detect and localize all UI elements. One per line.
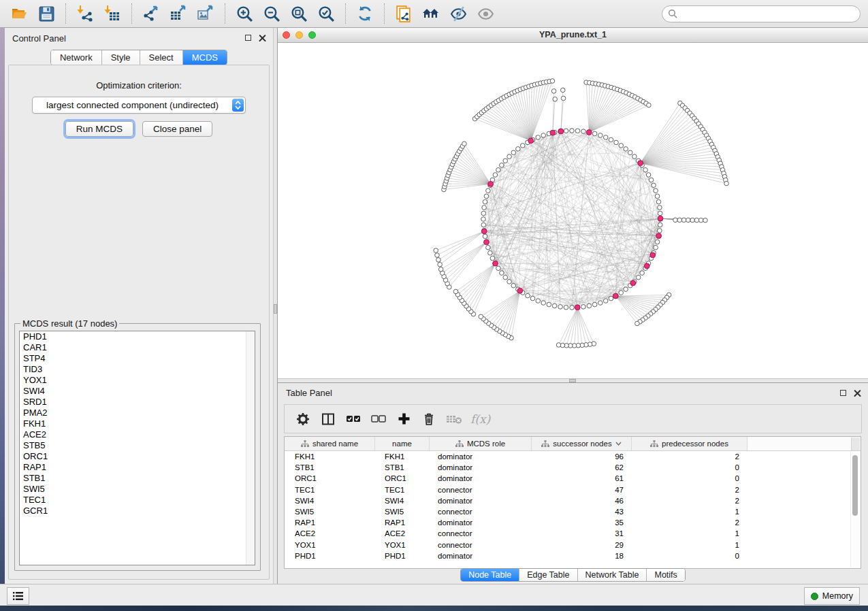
- column-header-predecessor-nodes[interactable]: predecessor nodes: [632, 437, 748, 450]
- zoom-out-icon[interactable]: [259, 2, 284, 25]
- table-scrollbar[interactable]: [850, 451, 860, 567]
- table-cell[interactable]: 1: [632, 528, 748, 539]
- table-row[interactable]: ACE2ACE2connector311: [285, 528, 861, 539]
- tab-node-table[interactable]: Node Table: [461, 569, 519, 581]
- table-cell[interactable]: STB1: [285, 462, 375, 473]
- table-cell[interactable]: 62: [532, 462, 632, 473]
- table-cell[interactable]: FKH1: [285, 451, 375, 462]
- table-cell[interactable]: STB1: [375, 462, 430, 473]
- table-cell[interactable]: RAP1: [375, 517, 430, 528]
- optimization-criterion-select[interactable]: largest connected component (undirected): [32, 97, 246, 114]
- neighbors-icon[interactable]: [419, 2, 443, 25]
- delete-column-icon[interactable]: [419, 409, 439, 429]
- table-cell[interactable]: 96: [532, 451, 632, 462]
- table-cell[interactable]: ORC1: [285, 473, 375, 484]
- tab-motifs[interactable]: Motifs: [646, 569, 684, 581]
- float-panel-icon[interactable]: [840, 390, 846, 396]
- add-column-icon[interactable]: [393, 409, 414, 429]
- close-panel-icon[interactable]: [854, 389, 861, 397]
- table-cell[interactable]: SWI5: [285, 506, 375, 517]
- vertical-splitter[interactable]: [273, 28, 278, 584]
- table-cell[interactable]: connector: [430, 506, 532, 517]
- table-cell[interactable]: 0: [632, 473, 748, 484]
- tab-edge-table[interactable]: Edge Table: [519, 569, 577, 581]
- table-cell[interactable]: 35: [532, 517, 632, 528]
- table-cell[interactable]: TEC1: [285, 484, 375, 495]
- list-item[interactable]: SRD1: [20, 397, 255, 408]
- list-item[interactable]: PMA2: [20, 408, 255, 418]
- table-cell[interactable]: PHD1: [285, 550, 375, 561]
- task-history-button[interactable]: [7, 587, 29, 605]
- list-item[interactable]: FKH1: [20, 418, 255, 429]
- table-cell[interactable]: FKH1: [375, 451, 430, 462]
- table-cell[interactable]: dominator: [430, 550, 532, 561]
- list-item[interactable]: YOX1: [20, 375, 255, 386]
- memory-button[interactable]: Memory: [804, 587, 860, 605]
- table-cell[interactable]: SWI4: [375, 495, 430, 506]
- float-panel-icon[interactable]: [245, 35, 251, 41]
- save-session-icon[interactable]: [34, 2, 59, 25]
- list-item[interactable]: SWI4: [20, 386, 255, 397]
- table-cell[interactable]: 47: [532, 484, 632, 495]
- table-cell[interactable]: 29: [532, 540, 632, 550]
- table-cell[interactable]: 1: [632, 540, 748, 550]
- table-row[interactable]: TEC1TEC1connector472: [285, 484, 861, 495]
- table-cell[interactable]: dominator: [430, 462, 532, 473]
- table-cell[interactable]: dominator: [430, 517, 532, 528]
- gear-icon[interactable]: [293, 409, 313, 429]
- table-row[interactable]: PHD1PHD1dominator180: [285, 550, 861, 561]
- table-cell[interactable]: YOX1: [375, 540, 430, 550]
- close-panel-button[interactable]: Close panel: [142, 121, 212, 137]
- table-cell[interactable]: ORC1: [375, 473, 430, 484]
- list-item[interactable]: CAR1: [20, 342, 255, 353]
- column-header-name[interactable]: name: [375, 437, 430, 450]
- export-table-icon[interactable]: [166, 2, 191, 25]
- table-cell[interactable]: RAP1: [285, 517, 375, 528]
- refresh-layout-icon[interactable]: [353, 2, 377, 25]
- list-item[interactable]: ACE2: [20, 429, 255, 440]
- table-row[interactable]: ORC1ORC1dominator610: [285, 473, 861, 484]
- list-item[interactable]: PHD1: [20, 331, 255, 342]
- list-item[interactable]: STP4: [20, 353, 255, 364]
- list-item[interactable]: SWI5: [20, 484, 255, 495]
- mcds-result-listbox[interactable]: PHD1CAR1STP4TID3YOX1SWI4SRD1PMA2FKH1ACE2…: [19, 331, 255, 565]
- list-item[interactable]: STB1: [20, 473, 255, 484]
- table-cell[interactable]: 2: [632, 451, 748, 462]
- table-cell[interactable]: 1: [632, 506, 748, 517]
- table-cell[interactable]: 46: [532, 495, 632, 506]
- column-header-MCDS-role[interactable]: MCDS role: [430, 437, 532, 450]
- list-item[interactable]: ORC1: [20, 451, 255, 462]
- table-cell[interactable]: connector: [430, 528, 532, 539]
- column-header-successor-nodes[interactable]: successor nodes: [532, 437, 632, 450]
- scrollbar-thumb[interactable]: [852, 455, 858, 516]
- tab-network[interactable]: Network: [51, 50, 101, 65]
- network-canvas[interactable]: [278, 43, 868, 378]
- table-cell[interactable]: 2: [632, 517, 748, 528]
- table-row[interactable]: SWI4SWI4dominator462: [285, 495, 861, 506]
- import-table-icon[interactable]: [100, 2, 125, 25]
- table-cell[interactable]: 43: [532, 506, 632, 517]
- table-cell[interactable]: TEC1: [375, 484, 430, 495]
- column-header-shared-name[interactable]: shared name: [285, 437, 375, 450]
- table-row[interactable]: SWI5SWI5connector431: [285, 506, 861, 517]
- table-cell[interactable]: dominator: [430, 495, 532, 506]
- search-input[interactable]: [662, 5, 861, 22]
- export-network-icon[interactable]: [139, 2, 163, 25]
- column-icon[interactable]: [318, 409, 338, 429]
- table-cell[interactable]: 2: [632, 495, 748, 506]
- table-cell[interactable]: connector: [430, 484, 532, 495]
- list-item[interactable]: TEC1: [20, 495, 255, 506]
- list-item[interactable]: STB5: [20, 440, 255, 451]
- table-cell[interactable]: ACE2: [285, 528, 375, 539]
- table-row[interactable]: RAP1RAP1dominator352: [285, 517, 861, 528]
- tab-style[interactable]: Style: [101, 50, 140, 65]
- table-row[interactable]: STB1STB1dominator620: [285, 462, 861, 473]
- zoom-fit-icon[interactable]: [287, 2, 311, 25]
- import-network-icon[interactable]: [73, 2, 97, 25]
- table-row[interactable]: YOX1YOX1connector291: [285, 540, 861, 550]
- tab-select[interactable]: Select: [140, 50, 182, 65]
- table-cell[interactable]: YOX1: [285, 540, 375, 550]
- table-cell[interactable]: dominator: [430, 451, 532, 462]
- deselect-all-icon[interactable]: [368, 409, 389, 429]
- zoom-selected-icon[interactable]: [314, 2, 338, 25]
